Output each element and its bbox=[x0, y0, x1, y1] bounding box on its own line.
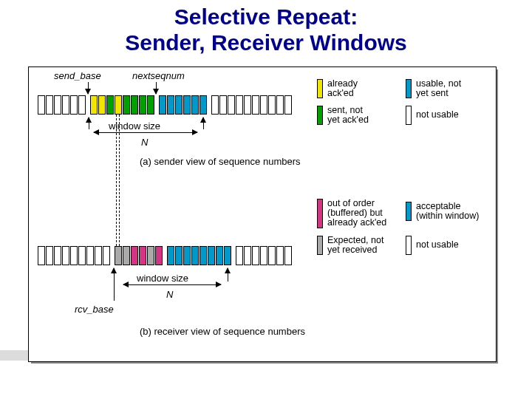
swatch-white-a bbox=[406, 106, 412, 125]
legend-text-not-usable-b: not usable bbox=[416, 240, 459, 250]
arrow-rcv-base bbox=[114, 268, 115, 301]
legend-not-usable-b: not usable bbox=[406, 236, 459, 255]
dashed-line-left bbox=[116, 115, 117, 246]
legend-out-of-order: out of order (buffered) but already ack'… bbox=[317, 199, 386, 228]
arrow-send-base bbox=[88, 82, 89, 94]
dashed-line-right bbox=[119, 115, 120, 246]
receiver-sequence bbox=[38, 246, 293, 265]
legend-already-acked: already ack'ed bbox=[317, 79, 358, 98]
legend-text-expected: Expected, not yet received bbox=[327, 236, 383, 255]
legend-text-already-acked: already ack'ed bbox=[327, 79, 358, 98]
label-N-b: N bbox=[166, 289, 173, 300]
arrow-nextseqnum bbox=[156, 82, 157, 94]
legend-text-not-usable-a: not usable bbox=[416, 110, 459, 120]
arrow-window-right-a bbox=[203, 117, 204, 129]
title-line-1: Selective Repeat: bbox=[174, 4, 358, 29]
swatch-white-b bbox=[406, 236, 412, 255]
arrow-window-right-b bbox=[228, 268, 228, 282]
label-send-base: send_base bbox=[54, 70, 101, 81]
label-rcv-base: rcv_base bbox=[75, 304, 114, 315]
swatch-blue-b bbox=[406, 202, 412, 221]
legend-text-usable-not-sent: usable, not yet sent bbox=[416, 79, 461, 98]
caption-b: (b) receiver view of sequence numbers bbox=[140, 326, 305, 337]
label-N-a: N bbox=[141, 137, 148, 148]
swatch-green bbox=[317, 106, 323, 125]
diagram: send_base nextseqnum window size N (a) s… bbox=[29, 67, 496, 361]
arrow-window-left-a bbox=[89, 117, 89, 129]
legend-usable-not-sent: usable, not yet sent bbox=[406, 79, 461, 98]
legend-acceptable: acceptable (within window) bbox=[406, 202, 479, 221]
swatch-yellow bbox=[317, 79, 323, 98]
legend-text-out-of-order: out of order (buffered) but already ack'… bbox=[327, 199, 386, 228]
legend-text-acceptable: acceptable (within window) bbox=[416, 202, 479, 221]
label-window-size-b: window size bbox=[137, 273, 188, 284]
figure-frame: send_base nextseqnum window size N (a) s… bbox=[28, 66, 497, 362]
legend-not-usable-a: not usable bbox=[406, 106, 459, 125]
legend-expected: Expected, not yet received bbox=[317, 236, 383, 255]
title-line-2: Sender, Receiver Windows bbox=[125, 30, 407, 55]
swatch-blue bbox=[406, 79, 412, 98]
legend-sent-not-acked: sent, not yet ack'ed bbox=[317, 106, 369, 125]
page-title: Selective Repeat: Sender, Receiver Windo… bbox=[0, 0, 532, 55]
footer-decoration bbox=[0, 350, 28, 361]
swatch-gray bbox=[317, 236, 323, 255]
window-span-a bbox=[94, 132, 197, 133]
window-span-b bbox=[123, 284, 221, 285]
legend-text-sent-not-acked: sent, not yet ack'ed bbox=[327, 106, 369, 125]
caption-a: (a) sender view of sequence numbers bbox=[140, 156, 301, 167]
sender-sequence bbox=[38, 95, 293, 115]
label-nextseqnum: nextseqnum bbox=[132, 70, 185, 81]
swatch-pink bbox=[317, 199, 323, 228]
